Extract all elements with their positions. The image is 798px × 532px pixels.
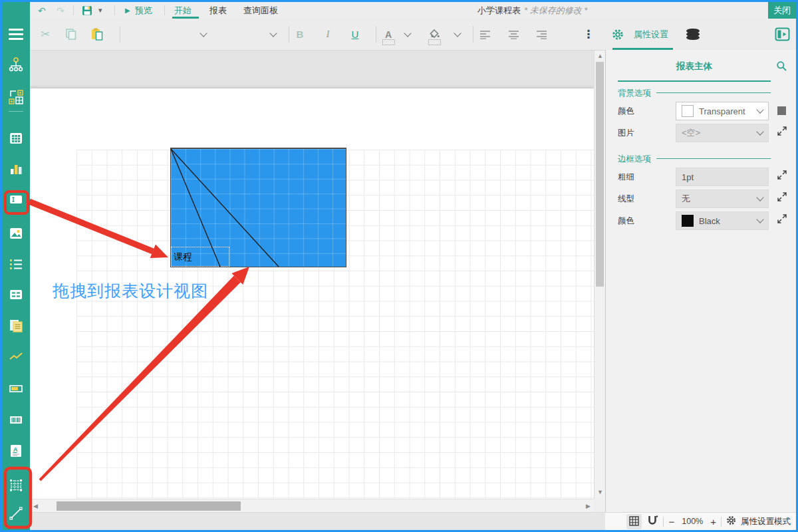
scroll-left-arrow[interactable]: ◀	[33, 503, 38, 509]
save-dropdown-caret[interactable]: ▾	[98, 2, 102, 19]
border-weight-input[interactable]: 1pt	[676, 168, 769, 186]
bg-image-dropdown[interactable]: <空>	[676, 124, 769, 142]
border-style-expand-icon[interactable]	[776, 191, 788, 203]
list-icon[interactable]	[8, 256, 24, 272]
transparent-swatch	[682, 105, 694, 117]
font-family-dropdown[interactable]	[130, 19, 203, 50]
image-icon[interactable]	[8, 225, 24, 241]
snap-magnet-icon[interactable]	[646, 515, 658, 529]
rich-text-icon[interactable]: A	[8, 443, 24, 459]
svg-text:A: A	[13, 446, 18, 453]
border-style-dropdown[interactable]: 无	[676, 190, 769, 208]
divider	[164, 5, 165, 15]
bg-image-expand-icon[interactable]	[776, 125, 788, 137]
more-options-kebab-icon[interactable]: ⋮	[583, 19, 594, 50]
search-icon[interactable]	[776, 61, 787, 74]
barcode-icon[interactable]	[8, 412, 24, 428]
tab-report[interactable]: 报表	[209, 2, 227, 19]
floppy-icon	[82, 5, 92, 16]
vertical-scrollbar[interactable]: ▲ ▼	[594, 50, 605, 499]
properties-gear-icon[interactable]	[611, 19, 624, 50]
section-border: 边框选项	[618, 154, 651, 165]
grid-toggle-button[interactable]	[626, 514, 642, 529]
matrix-icon[interactable]	[8, 89, 24, 105]
table-header-cell[interactable]: 课程	[171, 247, 229, 267]
scroll-up-arrow[interactable]: ▲	[597, 53, 603, 59]
section-rule	[656, 158, 771, 159]
align-center-icon[interactable]	[507, 19, 520, 50]
save-icon[interactable]	[82, 2, 92, 19]
zoom-out-button[interactable]: −	[668, 516, 674, 527]
menu-icon[interactable]	[9, 29, 23, 43]
bg-color-dropdown[interactable]: Transparent	[676, 102, 769, 120]
redo-icon[interactable]: ↷	[57, 2, 65, 19]
data-table-icon[interactable]	[8, 287, 24, 303]
bold-button[interactable]: B	[295, 19, 305, 50]
border-weight-label: 粗细	[618, 172, 634, 183]
border-color-dropdown[interactable]: Black	[676, 211, 769, 230]
status-bar-left	[30, 512, 605, 530]
panel-title-underline	[618, 80, 771, 82]
fill-color-caret[interactable]	[454, 19, 462, 50]
border-style-value: 无	[682, 193, 690, 205]
italic-button[interactable]: I	[323, 19, 333, 50]
drag-hint-annotation: 拖拽到报表设计视图	[53, 280, 208, 302]
data-bar-icon[interactable]	[8, 380, 24, 396]
chart-icon[interactable]	[8, 161, 24, 177]
sparkline-icon[interactable]	[8, 349, 24, 365]
data-source-icon[interactable]	[685, 19, 701, 50]
horizontal-scrollbar[interactable]: ◀ ▶	[30, 499, 594, 512]
tab-query-panel[interactable]: 查询面板	[243, 2, 278, 19]
zoom-in-button[interactable]: +	[710, 516, 716, 527]
vertical-scroll-thumb[interactable]	[596, 62, 604, 287]
paste-icon[interactable]	[88, 19, 106, 50]
mode-label: 属性设置模式	[741, 516, 791, 527]
divider	[114, 5, 115, 15]
bg-color-value: Transparent	[699, 106, 745, 116]
undo-icon[interactable]: ↶	[38, 2, 46, 19]
hierarchy-icon[interactable]	[8, 57, 24, 72]
fill-color-indicator	[428, 39, 441, 45]
format-toolbar: ✂ B I U A	[30, 19, 796, 51]
tab-properties[interactable]: 属性设置	[631, 19, 671, 50]
bg-color-more-button[interactable]	[777, 106, 786, 115]
table-icon[interactable]	[8, 130, 24, 146]
align-left-icon[interactable]	[478, 19, 491, 50]
scroll-down-arrow[interactable]: ▼	[597, 489, 603, 495]
copy-icon[interactable]	[62, 19, 79, 50]
black-swatch	[682, 215, 694, 227]
horizontal-scroll-thumb[interactable]	[57, 501, 241, 511]
font-color-caret[interactable]	[404, 19, 412, 50]
divider	[376, 26, 376, 43]
border-color-expand-icon[interactable]	[776, 213, 788, 225]
matrix-grid-icon[interactable]	[8, 477, 24, 493]
zoom-level: 100%	[682, 517, 703, 526]
report-designer-window: ↶ ↷ ▾ ▶ 预览 开始 报表 查询面板 小学课程表 * 未保存的修改 * 关…	[0, 0, 798, 532]
cut-icon[interactable]: ✂	[35, 19, 55, 50]
paint-bucket-icon	[429, 29, 440, 40]
subreport-icon[interactable]	[8, 318, 24, 334]
align-right-icon[interactable]	[535, 19, 548, 50]
preview-button[interactable]: 预览	[135, 2, 152, 19]
textbox-icon[interactable]	[8, 192, 24, 207]
underline-button[interactable]: U	[350, 19, 360, 50]
font-size-caret[interactable]	[269, 19, 277, 50]
close-button[interactable]: 关闭	[768, 2, 796, 19]
bg-image-value: <空>	[682, 127, 700, 139]
font-size-dropdown[interactable]	[229, 19, 269, 50]
chevron-down-icon	[756, 128, 763, 135]
section-background: 背景选项	[618, 88, 651, 99]
scroll-right-arrow[interactable]: ▶	[586, 503, 591, 509]
line-icon[interactable]	[8, 505, 24, 521]
font-color-indicator	[382, 39, 395, 45]
collapse-panel-icon[interactable]	[773, 19, 791, 50]
border-style-label: 线型	[618, 194, 634, 205]
bg-color-label: 颜色	[618, 106, 634, 117]
font-family-caret[interactable]	[200, 19, 207, 50]
title-bar: ↶ ↷ ▾ ▶ 预览 开始 报表 查询面板 小学课程表 * 未保存的修改 * 关…	[30, 2, 796, 19]
mode-gear-icon[interactable]	[726, 515, 736, 528]
border-weight-expand-icon[interactable]	[776, 169, 788, 181]
play-icon[interactable]: ▶	[125, 2, 130, 19]
divider	[663, 517, 664, 527]
divider	[289, 26, 289, 43]
